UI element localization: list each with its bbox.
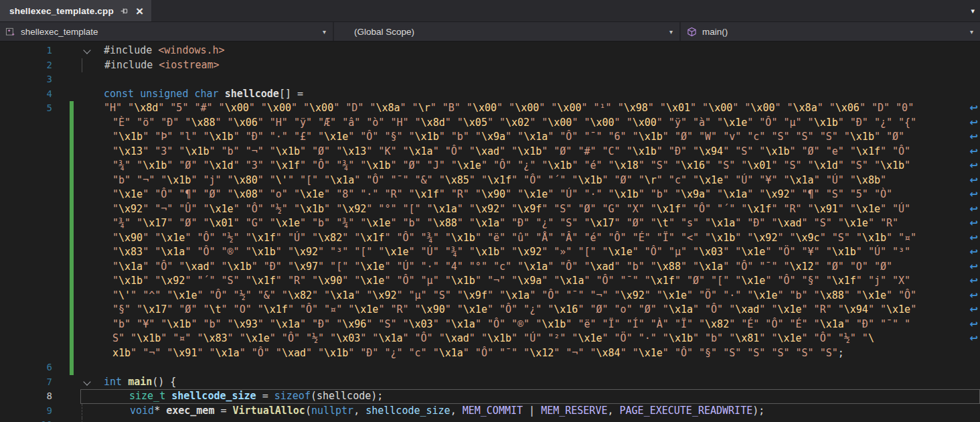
pin-icon[interactable] <box>120 7 129 15</box>
code-line[interactable]: 9void* exec_mem = VirtualAlloc(nullptr, … <box>0 404 980 419</box>
escape-token: \x1a <box>820 318 844 330</box>
code-line[interactable]: "§" "\x17" "Ø" "\t" "O" "\x1f" "Ô" "¤" "… <box>0 303 980 318</box>
code-text: "\x83" "\x1a" "Ô" "®" "\x1b" "\x92" "³" … <box>104 245 980 260</box>
line-number[interactable] <box>0 332 52 346</box>
line-number[interactable] <box>0 216 52 231</box>
line-number[interactable] <box>0 188 52 202</box>
escape-token: \x9f <box>463 289 487 301</box>
line-number[interactable] <box>0 202 52 217</box>
line-number[interactable] <box>0 346 52 361</box>
string-token: " " <box>648 102 666 114</box>
line-number[interactable] <box>0 289 52 303</box>
string-token: " " <box>342 232 360 244</box>
code-line[interactable]: "\x92" "¬" "Û" "\x1e" "Ô" "½" "\x1b" "\x… <box>0 202 980 217</box>
line-number[interactable]: 6 <box>0 360 52 375</box>
string-token: " " <box>354 289 372 301</box>
tab-list-dropdown-icon[interactable]: ▾ <box>971 7 975 15</box>
line-number[interactable]: 2 <box>0 58 52 73</box>
code-line[interactable]: "b" "¥" "\x1b" "b" "\x93" "\x1a" "Ð" "\x… <box>0 318 980 332</box>
line-number[interactable]: 8 <box>0 389 52 404</box>
escape-token: \x92 <box>372 289 396 301</box>
code-line[interactable]: 1#include <windows.h> <box>0 44 980 58</box>
tab-shellexec-template-cpp[interactable]: shellexec_template.cpp × <box>0 0 151 21</box>
fold-chevron-icon[interactable] <box>82 44 95 58</box>
word-wrap-return-icon: ↩ <box>969 274 978 289</box>
code-line[interactable]: 5"H" "\x8d" "5" "#" "\x00" "\x00" "\x00"… <box>0 101 980 116</box>
escape-token: \x1b <box>475 246 499 258</box>
string-token: " "b" " <box>191 318 233 330</box>
code-line[interactable]: 7int main() { <box>0 375 980 390</box>
line-number[interactable] <box>0 303 52 318</box>
line-number[interactable] <box>0 145 52 159</box>
escape-token: \x91 <box>814 203 838 215</box>
code-line[interactable]: "\x1a" "Ô" "\xad" "\x1b" "Ð" "\x97" "[" … <box>0 260 980 275</box>
escape-token: \x92 <box>753 232 777 244</box>
change-indicator <box>70 44 74 58</box>
line-number[interactable]: 4 <box>0 87 52 102</box>
line-number[interactable]: 7 <box>0 375 52 390</box>
string-token: " "b" "¬" " <box>210 145 276 157</box>
code-line[interactable]: "\'" "^" "\x1e" "Ô" "½" "&" "\x82" "\x1a… <box>0 289 980 303</box>
string-token: " " <box>690 102 708 114</box>
code-line[interactable]: 2#include <iostream> <box>0 58 980 73</box>
code-line[interactable]: "\x90" "\x1e" "Ô" "½" "\x1f" "Ú" "\x82" … <box>0 231 980 246</box>
string-token: " <box>112 131 118 143</box>
code-line[interactable]: x1b" "¬" "\x91" "\x1a" "Ô" "\xad" "\x1b"… <box>0 346 980 361</box>
escape-token: \x97 <box>294 261 318 273</box>
code-line[interactable]: S" "\x1b" "¤" "\x83" "\x1e" "Ô" "½" "\x0… <box>0 332 980 346</box>
word-wrap-return-icon: ↩ <box>969 245 978 260</box>
line-number[interactable] <box>0 130 52 145</box>
line-number[interactable]: 9 <box>0 404 52 419</box>
code-line[interactable]: "\x1e" "Ô" "¶" "Ø" "\x08" "o" "\x1e" "8"… <box>0 188 980 202</box>
code-line[interactable]: 8size_t shellcode_size = sizeof(shellcod… <box>0 389 980 404</box>
string-token: " "Ô" "§" " <box>348 131 414 143</box>
escape-token: \x1b <box>633 145 657 157</box>
code-line[interactable]: "¾" "\x1b" "Ø" "\x1d" "3" "\x1f" "Ô" "¾"… <box>0 159 980 173</box>
string-token: " "H" "ÿ" "Æ" "â" "ò" "H" " <box>258 117 421 129</box>
line-number[interactable] <box>0 318 52 332</box>
line-number[interactable] <box>0 116 52 131</box>
line-number[interactable]: 10 <box>0 418 52 422</box>
code-line[interactable]: 4const unsigned char shellcode[] = <box>0 87 980 102</box>
code-line[interactable]: "b" "¬" "\x1b" "j" "\x80" "\'" "[" "\x1a… <box>0 173 980 188</box>
line-number[interactable] <box>0 260 52 275</box>
code-line[interactable]: "\x13" "3" "\x1b" "b" "¬" "\x1b" "Ø" "\x… <box>0 145 980 159</box>
line-number[interactable] <box>0 245 52 260</box>
string-token: " "Ú" <box>880 203 910 215</box>
line-number[interactable]: 3 <box>0 72 52 87</box>
fold-chevron-icon[interactable] <box>82 375 95 390</box>
line-number[interactable] <box>0 274 52 289</box>
close-icon[interactable]: × <box>135 5 145 17</box>
scope-dropdown[interactable]: (Global Scope) ▾ <box>334 22 679 41</box>
code-token: () { <box>152 376 176 388</box>
string-token: " "Ø" " <box>615 217 657 229</box>
code-line[interactable]: "\x83" "\x1a" "Ô" "®" "\x1b" "\x92" "³" … <box>0 245 980 260</box>
line-number[interactable]: 5 <box>0 101 52 116</box>
escape-token: \x1a <box>669 303 693 315</box>
string-token: " "Ô" "¯" "6" " <box>548 131 638 143</box>
string-token: " "j" "X" <box>856 275 910 287</box>
line-number[interactable] <box>0 173 52 188</box>
code-line[interactable]: 10 <box>0 418 980 422</box>
escape-token: \x1e <box>777 332 801 344</box>
line-number[interactable]: 1 <box>0 44 52 58</box>
code-line[interactable]: "\x1b" "\x92" "´" "S" "\x1f" "R" "\x90" … <box>0 274 980 289</box>
escape-token: \x94 <box>844 303 868 315</box>
string-token: " "Ú" "¾" " <box>409 246 475 258</box>
line-number[interactable] <box>0 231 52 246</box>
member-dropdown[interactable]: main() ▾ <box>681 22 980 41</box>
string-token: " "Ô" "µ" " <box>384 275 451 287</box>
code-line[interactable]: "¾" "\x17" "Ø" "\x01" "G" "\x1e" "b" "¾"… <box>0 216 980 231</box>
code-text: "\x13" "3" "\x1b" "b" "¬" "\x1b" "Ø" "\x… <box>104 145 980 159</box>
tab-title: shellexec_template.cpp <box>9 6 114 16</box>
code-line[interactable]: "\x1b" "Þ" "l" "\x1b" "Ð" "·" "£" "\x1e"… <box>0 130 980 145</box>
change-indicator <box>70 289 74 303</box>
code-line[interactable]: 6 <box>0 360 980 375</box>
code-editor[interactable]: 1#include <windows.h>2#include <iostream… <box>0 42 980 422</box>
project-dropdown[interactable]: shellexec_template ▾ <box>0 22 333 41</box>
code-line[interactable]: "È" "ö" "Ð" "\x88" "\x06" "H" "ÿ" "Æ" "â… <box>0 116 980 131</box>
line-number[interactable] <box>0 159 52 173</box>
string-token: " "Ô" "¤" " <box>288 303 354 315</box>
string-token: " "O" " <box>222 303 264 315</box>
code-line[interactable]: 3 <box>0 72 980 87</box>
